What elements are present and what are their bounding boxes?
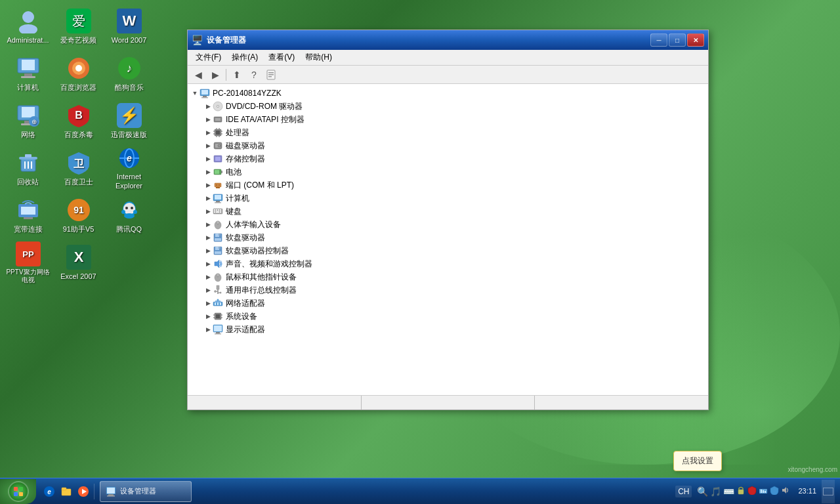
tree-item-hid[interactable]: ▶ 人体学输入设备 (188, 218, 708, 231)
tray-search-icon[interactable]: 🔍 (697, 486, 708, 497)
tree-item-display[interactable]: ▶ 显示适配器 (188, 323, 708, 336)
svg-point-1 (19, 24, 37, 33)
desktop-icon-broadband[interactable]: 宽带连接 (3, 192, 52, 238)
toolbar-refresh[interactable]: ? (246, 68, 262, 82)
quick-explorer[interactable] (58, 484, 74, 499)
desktop-icon-91helper[interactable]: 91 91助手V5 (54, 192, 103, 238)
tree-item-computer2[interactable]: ▶ 计算机 (188, 192, 708, 205)
tree-expand-storage[interactable]: ▶ (203, 154, 213, 163)
svg-rect-94 (218, 209, 219, 211)
quick-media[interactable] (75, 484, 91, 499)
tree-expand-sound[interactable]: ▶ (203, 259, 213, 268)
tree-expand-computer2[interactable]: ▶ (203, 194, 213, 203)
desktop-icon-kugou[interactable]: ♪ 酷狗音乐 (104, 51, 154, 96)
tree-expand-diskdrive[interactable]: ▶ (203, 141, 213, 150)
tree-item-netadapter[interactable]: ▶ 网络适配器 (188, 297, 708, 310)
tree-icon-usb (213, 285, 223, 295)
menu-file[interactable]: 文件(F) (190, 51, 226, 64)
desktop-icon-excel2007[interactable]: X Excel 2007 (54, 240, 103, 285)
desktop-icon-baidu-guard[interactable]: 卫 百度卫士 (54, 145, 103, 191)
clock[interactable]: 23:11 (795, 486, 819, 496)
menu-action[interactable]: 操作(A) (226, 51, 263, 64)
desktop-icon-qq[interactable]: 腾讯QQ (104, 192, 154, 238)
svg-rect-121 (215, 303, 216, 305)
desktop-icon-computer[interactable]: 计算机 (3, 51, 52, 96)
desktop-icon-baidu-antivirus[interactable]: B 百度杀毒 (54, 98, 103, 144)
tray-network-icon[interactable] (759, 486, 768, 497)
tray-volume-icon[interactable] (781, 486, 790, 497)
tray-security-icon[interactable] (747, 486, 757, 497)
tree-expand-sysdev[interactable]: ▶ (203, 312, 213, 321)
tray-shield-icon[interactable] (770, 486, 779, 497)
svg-rect-122 (217, 303, 219, 305)
tree-item-dvdcdrom[interactable]: ▶ DVD/CD-ROM 驱动器 (188, 100, 708, 113)
menu-help[interactable]: 帮助(H) (300, 51, 337, 64)
tree-item-port[interactable]: ▶ 端口 (COM 和 LPT) (188, 178, 708, 192)
window-content[interactable]: ▼ PC-20140814YZZK ▶ DVD/CD-ROM 驱动 (188, 84, 708, 395)
desktop-icon-pptv[interactable]: PP PPTV聚力网络电视 (3, 240, 52, 285)
tree-item-processor[interactable]: ▶ 处理器 (188, 126, 708, 139)
desktop-icon-network[interactable]: ⊕ 网络 (3, 98, 52, 144)
svg-rect-81 (221, 171, 222, 173)
toolbar-forward[interactable]: ▶ (207, 68, 223, 82)
toolbar-properties[interactable] (263, 68, 279, 82)
tree-expand-port[interactable]: ▶ (203, 180, 213, 190)
desktop-icon-recycle[interactable]: 回收站 (3, 145, 52, 191)
show-desktop-button[interactable] (822, 480, 835, 503)
svg-rect-98 (220, 211, 221, 213)
quick-ie[interactable]: e (41, 484, 57, 499)
watermark: xitongcheng.com (785, 465, 840, 474)
tree-expand-usb[interactable]: ▶ (203, 285, 213, 295)
desktop-icon-thunder[interactable]: ⚡ 迅雷极速版 (104, 98, 154, 144)
minimize-button[interactable]: ─ (650, 33, 667, 47)
tree-expand-mouse[interactable]: ▶ (203, 272, 213, 282)
tree-expand-keyboard[interactable]: ▶ (203, 207, 213, 216)
tree-expand-floppy[interactable]: ▶ (203, 233, 213, 242)
window-statusbar (188, 395, 708, 410)
tray-keyboard-icon[interactable]: ⌨️ (723, 486, 734, 497)
tree-item-battery[interactable]: ▶ 电池 (188, 165, 708, 178)
menu-view[interactable]: 查看(V) (263, 51, 300, 64)
svg-rect-88 (215, 195, 221, 200)
taskbar-item-devmgr[interactable]: 设备管理器 (100, 481, 192, 502)
tree-expand-floppyctrl[interactable]: ▶ (203, 246, 213, 255)
tree-expand-display[interactable]: ▶ (203, 325, 213, 334)
tray-music-icon[interactable]: 🎵 (710, 486, 721, 497)
tree-expand-ide[interactable]: ▶ (203, 115, 213, 124)
tree-item-storage[interactable]: ▶ 存储控制器 (188, 152, 708, 165)
tree-root[interactable]: ▼ PC-20140814YZZK (188, 87, 708, 100)
window-titlebar[interactable]: 🖥️ 设备管理器 ─ □ ✕ (188, 30, 708, 50)
tree-expand-battery[interactable]: ▶ (203, 167, 213, 177)
tree-expand-processor[interactable]: ▶ (203, 128, 213, 137)
toolbar-up[interactable]: ⬆ (229, 68, 245, 82)
tree-label-keyboard: 键盘 (226, 206, 242, 217)
desktop-icon-baidu-browser[interactable]: 百度浏览器 (54, 51, 103, 96)
desktop-icon-word2007[interactable]: W Word 2007 (104, 3, 154, 49)
tree-root-expand[interactable]: ▼ (190, 89, 200, 98)
tree-expand-hid[interactable]: ▶ (203, 220, 213, 229)
notification-popup[interactable]: 点我设置 (673, 451, 722, 471)
desktop-icon-iqiyi[interactable]: 爱 爱奇艺视频 (54, 3, 103, 49)
close-button[interactable]: ✕ (687, 33, 704, 47)
svg-rect-109 (215, 251, 221, 254)
desktop-icon-administrator[interactable]: Administrat... (3, 3, 52, 49)
language-indicator[interactable]: CH (675, 486, 692, 497)
start-button[interactable] (0, 479, 36, 504)
tree-item-sysdev[interactable]: ▶ 系统设备 (188, 310, 708, 323)
svg-rect-133 (214, 326, 222, 331)
tree-item-keyboard[interactable]: ▶ 键盘 (188, 205, 708, 218)
tree-expand-dvdcdrom[interactable]: ▶ (203, 102, 213, 111)
tree-item-sound[interactable]: ▶ 声音、视频和游戏控制器 (188, 257, 708, 270)
tree-item-ide[interactable]: ▶ IDE ATA/ATAPI 控制器 (188, 113, 708, 126)
tree-item-mouse[interactable]: ▶ 鼠标和其他指针设备 (188, 270, 708, 284)
tray-lock-icon[interactable] (736, 486, 746, 497)
tree-item-diskdrive[interactable]: ▶ 磁盘驱动器 (188, 139, 708, 152)
tree-expand-netadapter[interactable]: ▶ (203, 299, 213, 308)
desktop-icon-ie[interactable]: e Internet Explorer (104, 145, 154, 191)
tree-item-floppy[interactable]: ▶ 软盘驱动器 (188, 231, 708, 244)
maximize-button[interactable]: □ (669, 33, 686, 47)
tree-item-floppyctrl[interactable]: ▶ 软盘驱动器控制器 (188, 244, 708, 257)
svg-text:91: 91 (74, 205, 84, 215)
tree-item-usb[interactable]: ▶ 通用串行总线控制器 (188, 284, 708, 297)
toolbar-back[interactable]: ◀ (190, 68, 206, 82)
